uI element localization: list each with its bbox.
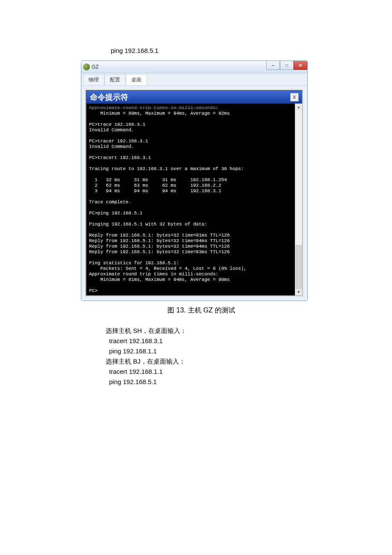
figure-caption: 图 13. 主机 GZ 的测试 bbox=[92, 306, 311, 315]
body-command: ping 192.168.1.1 bbox=[109, 346, 311, 356]
terminal-line: Reply from 192.168.5.1: bytes=32 time=94… bbox=[89, 244, 230, 249]
body-command: tracert 192.168.1.1 bbox=[109, 367, 311, 377]
terminal-line: PC>tracer 192.168.3.1 bbox=[89, 139, 148, 144]
terminal-line: Minimum = 89ms, Maximum = 94ms, Average … bbox=[89, 111, 230, 116]
minimize-button[interactable] bbox=[266, 61, 280, 70]
terminal-line: Minimum = 81ms, Maximum = 94ms, Average … bbox=[89, 277, 230, 282]
terminal-line: PC>trace 192.168.3.1 bbox=[89, 122, 145, 127]
terminal-line: 1 32 ms 31 ms 31 ms 192.168.1.254 bbox=[89, 177, 227, 182]
scroll-up-icon[interactable]: ▲ bbox=[295, 104, 302, 110]
app-icon bbox=[83, 64, 90, 70]
maximize-button[interactable] bbox=[280, 61, 294, 70]
tab-bar: 物理 配置 桌面 bbox=[81, 73, 307, 86]
terminal-line: 2 62 ms 63 ms 62 ms 192.168.2.2 bbox=[89, 183, 221, 188]
body-text: 选择主机 SH，在桌面输入： tracert 192.168.3.1 ping … bbox=[106, 326, 311, 387]
scrollbar[interactable]: ▲ ▼ bbox=[295, 104, 302, 295]
console-close-button[interactable]: X bbox=[290, 93, 299, 101]
terminal-output[interactable]: Approximate round trip times in milli-se… bbox=[86, 104, 295, 295]
title-bar[interactable]: GZ bbox=[81, 61, 307, 73]
terminal-line: PC>ping 192.168.5.1 bbox=[89, 211, 142, 216]
top-command-text: ping 192.168.5.1 bbox=[111, 47, 311, 54]
body-line: 选择主机 BJ，在桌面输入： bbox=[106, 356, 311, 367]
window-title: GZ bbox=[92, 64, 99, 70]
terminal-line: Approximate round trip times in milli-se… bbox=[89, 272, 219, 277]
command-prompt-window: 命令提示符 X Approximate round trip times in … bbox=[86, 90, 303, 296]
tab-config[interactable]: 配置 bbox=[104, 74, 126, 85]
scroll-thumb[interactable] bbox=[296, 245, 302, 289]
gz-window: GZ 物理 配置 桌面 命令提示符 X Approximate round tr… bbox=[81, 61, 308, 301]
terminal-line: Invalid Command. bbox=[89, 127, 134, 133]
terminal-line: PC>tracert 192.168.3.1 bbox=[89, 155, 151, 160]
body-command: tracert 192.168.3.1 bbox=[109, 336, 311, 346]
terminal-line: Invalid Command. bbox=[89, 144, 134, 149]
terminal-line: Tracing route to 192.168.3.1 over a maxi… bbox=[89, 166, 244, 171]
terminal-line: Trace complete. bbox=[89, 199, 131, 205]
tab-desktop[interactable]: 桌面 bbox=[126, 74, 147, 85]
close-button[interactable] bbox=[294, 61, 307, 70]
console-title: 命令提示符 bbox=[90, 92, 128, 102]
terminal-line: Approximate round trip times in milli-se… bbox=[89, 105, 219, 110]
scroll-down-icon[interactable]: ▼ bbox=[295, 289, 302, 295]
terminal-line: Ping statistics for 192.168.5.1: bbox=[89, 260, 179, 266]
terminal-line: 3 94 ms 94 ms 94 ms 192.168.3.1 bbox=[89, 188, 221, 194]
body-line: 选择主机 SH，在桌面输入： bbox=[106, 326, 311, 336]
terminal-line: Packets: Sent = 4, Received = 4, Lost = … bbox=[89, 266, 247, 271]
terminal-line: Pinging 192.168.5.1 with 32 bytes of dat… bbox=[89, 222, 207, 227]
tab-physical[interactable]: 物理 bbox=[83, 74, 104, 85]
terminal-line: Reply from 192.168.5.1: bytes=32 time=94… bbox=[89, 238, 230, 243]
terminal-line: PC> bbox=[89, 288, 98, 293]
body-command: ping 192.168.5.1 bbox=[109, 377, 311, 387]
terminal-line: Reply from 192.168.5.1: bytes=32 time=81… bbox=[89, 233, 230, 238]
terminal-line: Reply from 192.168.5.1: bytes=32 time=93… bbox=[89, 249, 230, 254]
